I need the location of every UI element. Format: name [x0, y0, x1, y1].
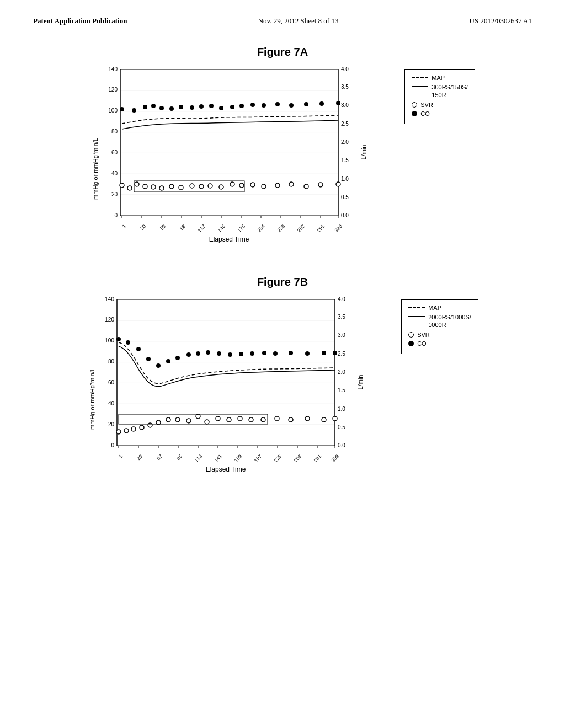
svr-dot [179, 185, 183, 190]
svg-text:120: 120 [105, 317, 114, 323]
svg-text:30: 30 [139, 223, 147, 231]
svr-dot-7b [238, 416, 242, 421]
legend-solid-line [412, 86, 428, 87]
svg-text:2.0: 2.0 [341, 139, 349, 145]
svr-dot [169, 184, 174, 189]
svr-dot [230, 182, 234, 186]
svg-text:80: 80 [111, 129, 118, 135]
co-dot-7b [186, 352, 191, 357]
svr-dot [127, 186, 132, 190]
figure-7a-title: Figure 7A [257, 46, 308, 58]
svg-text:291: 291 [316, 223, 326, 233]
co-dot-7b [156, 363, 161, 368]
svg-text:L/min: L/min [360, 145, 367, 160]
svg-text:60: 60 [111, 149, 118, 156]
svr-dot-7b [140, 425, 144, 430]
svr-dot-7b [322, 417, 326, 422]
svg-text:140: 140 [109, 66, 118, 72]
co-dot-7b [175, 356, 180, 360]
svg-text:120: 120 [109, 87, 118, 93]
co-dot [120, 107, 124, 111]
co-dot [304, 102, 308, 106]
svg-text:1: 1 [118, 453, 124, 459]
svg-text:Elapsed Time: Elapsed Time [209, 235, 249, 243]
legend-treatment-7b: 2000RS/1000S/1000R [408, 313, 471, 329]
svg-text:57: 57 [156, 453, 163, 461]
svg-text:4.0: 4.0 [338, 296, 345, 302]
svg-text:3.5: 3.5 [341, 84, 349, 90]
svg-text:100: 100 [105, 338, 114, 344]
legend-filled-circle-7b [408, 341, 414, 346]
co-dot [151, 104, 156, 108]
co-dot-7b [196, 351, 200, 356]
co-dot [199, 104, 204, 109]
svg-text:0.5: 0.5 [338, 424, 345, 430]
legend-dashed-line [412, 77, 428, 78]
svr-dot [336, 182, 340, 186]
page: Patent Application Publication Nov. 29, … [0, 0, 565, 728]
svg-text:59: 59 [159, 223, 167, 231]
svg-text:281: 281 [313, 453, 323, 463]
svr-dot-7b [333, 416, 337, 421]
legend-solid-line-7b [408, 316, 425, 317]
svr-box-7b [119, 414, 268, 424]
svr-dot-7b [261, 417, 265, 422]
svr-dot [143, 184, 147, 189]
svg-text:175: 175 [237, 223, 247, 233]
svg-text:233: 233 [276, 223, 286, 233]
svr-dot-7b [124, 429, 129, 433]
svr-dot-7b [205, 420, 209, 424]
svr-dot [208, 184, 212, 188]
co-dot [289, 103, 294, 108]
svg-text:Elapsed Time: Elapsed Time [206, 465, 246, 473]
co-dot-7b [136, 347, 141, 351]
svr-dot-7b [116, 430, 121, 434]
svr-dot-7b [166, 417, 170, 422]
svr-dot [318, 183, 323, 187]
co-dot [143, 105, 147, 109]
co-dot [179, 105, 183, 109]
svr-dot-7b [175, 417, 180, 422]
svg-text:169: 169 [233, 453, 243, 463]
co-dot-7b [322, 351, 326, 355]
legend-filled-circle [412, 111, 417, 116]
svr-dot [199, 184, 204, 189]
svg-text:0: 0 [115, 212, 118, 218]
svg-text:40: 40 [111, 170, 118, 176]
legend-map-7a: MAP [412, 74, 467, 81]
co-dot [169, 106, 174, 111]
svg-text:40: 40 [108, 400, 115, 406]
svr-dot [219, 185, 223, 189]
figure-7a-container: Figure 7A mmHg or mmHg*min/L [33, 46, 532, 254]
svr-dot-7b [131, 427, 136, 431]
svg-text:3.5: 3.5 [338, 314, 345, 320]
svg-text:100: 100 [109, 108, 118, 114]
figure-7a-svg-wrapper: mmHg or mmHg*min/L [90, 64, 399, 254]
svg-text:140: 140 [105, 296, 114, 302]
svr-dot-7b [305, 416, 310, 421]
svg-text:320: 320 [334, 223, 344, 233]
co-dot-7b [228, 352, 232, 357]
legend-co-7a: CO [412, 110, 467, 117]
svg-text:117: 117 [197, 223, 207, 233]
svr-dot-7b [289, 417, 293, 422]
header-center: Nov. 29, 2012 Sheet 8 of 13 [258, 17, 339, 25]
figure-7a-legend: MAP 300RS/150S/150R SVR CO [404, 69, 475, 124]
svr-dot [250, 183, 255, 187]
svg-text:225: 225 [273, 453, 283, 463]
svg-text:2.5: 2.5 [338, 351, 345, 357]
treatment-line-7b [119, 346, 335, 387]
co-dot-7b [126, 340, 130, 345]
svg-text:253: 253 [293, 453, 303, 463]
legend-svr-7a: SVR [412, 101, 467, 108]
svr-dot-7b [249, 417, 253, 422]
co-dot-7b [333, 351, 337, 355]
svr-dot-7b [148, 423, 152, 427]
svg-text:1: 1 [121, 223, 127, 229]
svr-dot [135, 182, 139, 186]
legend-open-circle-7b [408, 332, 414, 338]
legend-map-7b: MAP [408, 304, 471, 311]
co-dot [275, 102, 280, 106]
page-header: Patent Application Publication Nov. 29, … [33, 17, 532, 29]
svg-text:197: 197 [253, 453, 263, 463]
